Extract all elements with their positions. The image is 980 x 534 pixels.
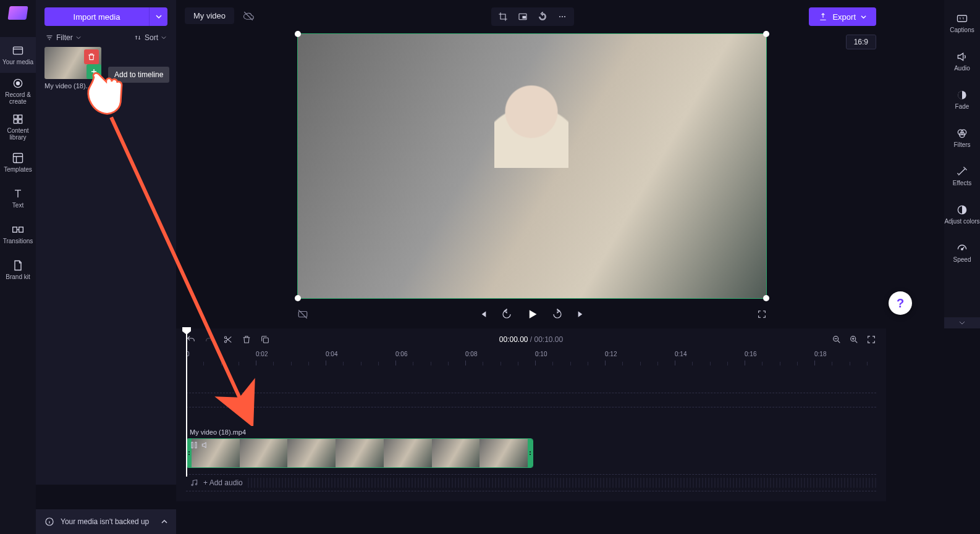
timeline-clip[interactable]	[186, 438, 533, 468]
scissors-icon	[223, 335, 233, 344]
prop-speed[interactable]: Speed	[944, 233, 980, 272]
ruler-tick: 0:10	[535, 351, 547, 357]
skip-fwd-icon	[577, 309, 586, 319]
next-frame-button[interactable]	[577, 309, 586, 319]
crop-button[interactable]	[494, 9, 512, 25]
prev-frame-button[interactable]	[478, 309, 488, 319]
svg-rect-6	[19, 119, 22, 123]
add-to-timeline-button[interactable]	[87, 64, 101, 79]
backup-text: Your media isn't backed up	[61, 517, 149, 526]
import-media-button[interactable]: Import media	[44, 7, 149, 26]
duplicate-button[interactable]	[260, 335, 270, 344]
more-button[interactable]	[553, 9, 572, 25]
svg-rect-0	[14, 47, 23, 54]
speaker-icon[interactable]	[201, 441, 209, 449]
delete-media-button[interactable]	[84, 49, 99, 64]
cloud-off-icon[interactable]	[243, 10, 254, 22]
rotate-button[interactable]	[533, 9, 552, 25]
help-button[interactable]: ?	[889, 291, 912, 315]
nav-templates[interactable]: Templates	[0, 144, 36, 180]
svg-point-24	[224, 341, 226, 343]
ruler-tick: 0:04	[326, 351, 337, 357]
timeline-tracks[interactable]: My video (18).mp4 + Add audio	[186, 393, 876, 407]
fullscreen-button[interactable]	[757, 309, 767, 319]
prop-fade[interactable]: Fade	[944, 80, 980, 119]
speed-icon	[956, 242, 968, 254]
timeline-ruler[interactable]: 00:020:040:060:080:100:120:140:160:18	[186, 351, 886, 368]
import-media-dropdown[interactable]	[149, 7, 167, 26]
sort-icon	[134, 34, 142, 41]
export-button[interactable]: Export	[809, 7, 876, 26]
canvas-toolbar	[491, 7, 574, 26]
ruler-tick: 0:14	[675, 351, 686, 357]
aspect-ratio-selector[interactable]: 16:9	[846, 35, 876, 49]
split-button[interactable]	[223, 335, 233, 344]
help-icon: ?	[897, 296, 904, 311]
prop-adjust-colors[interactable]: Adjust colors	[944, 195, 980, 233]
zoom-out-icon	[832, 335, 842, 344]
nav-record-create[interactable]: Record & create	[0, 73, 36, 109]
undo-button[interactable]	[186, 335, 196, 344]
playhead[interactable]	[186, 328, 187, 477]
sort-button[interactable]: Sort	[134, 33, 166, 42]
backup-banner[interactable]: Your media isn't backed up	[36, 509, 176, 534]
waveform	[248, 478, 876, 488]
nav-brand-kit[interactable]: Brand kit	[0, 252, 36, 288]
rewind-icon	[501, 309, 512, 320]
svg-rect-9	[19, 227, 23, 232]
skip-fwd-button[interactable]	[552, 309, 563, 320]
svg-rect-7	[14, 154, 23, 163]
zoom-out-button[interactable]	[832, 335, 842, 344]
delete-clip-button[interactable]	[242, 335, 251, 344]
prop-audio[interactable]: Audio	[944, 42, 980, 80]
media-item[interactable]: My video (18)....	[44, 47, 101, 90]
svg-rect-16	[958, 15, 967, 22]
zoom-in-icon	[849, 335, 859, 344]
fit-button[interactable]	[866, 335, 876, 344]
svg-rect-29	[195, 442, 196, 448]
clip-right-handle[interactable]	[528, 439, 533, 467]
redo-button[interactable]	[205, 335, 214, 344]
nav-label: Brand kit	[6, 273, 30, 280]
ruler-tick: 0:02	[256, 351, 268, 357]
nav-content-library[interactable]: Content library	[0, 109, 36, 144]
prop-effects[interactable]: Effects	[944, 157, 980, 195]
svg-point-12	[559, 16, 560, 17]
prop-filters[interactable]: Filters	[944, 119, 980, 157]
pip-button[interactable]	[513, 9, 532, 25]
duplicate-icon	[260, 335, 270, 344]
fit-icon	[866, 335, 876, 344]
filter-button[interactable]: Filter	[46, 33, 81, 42]
selection-handle[interactable]	[295, 295, 301, 301]
prop-captions[interactable]: Captions	[944, 4, 980, 42]
clip-icons	[190, 441, 209, 449]
project-title[interactable]: My video	[185, 7, 234, 24]
left-nav-rail: Your media Record & create Content libra…	[0, 0, 36, 534]
play-button[interactable]	[526, 308, 538, 320]
selection-handle[interactable]	[295, 31, 301, 37]
filters-icon	[956, 127, 968, 140]
audio-track[interactable]: + Add audio	[186, 474, 876, 491]
chevron-down-icon	[959, 320, 965, 326]
svg-rect-8	[13, 227, 17, 232]
nav-your-media[interactable]: Your media	[0, 37, 36, 73]
detach-audio-icon[interactable]	[190, 441, 198, 449]
media-thumbnail[interactable]	[44, 47, 101, 79]
preview-canvas[interactable]	[297, 33, 767, 299]
selection-handle[interactable]	[763, 295, 769, 301]
effects-icon	[956, 165, 968, 178]
nav-text[interactable]: Text	[0, 180, 36, 216]
nav-label: Content library	[0, 127, 36, 141]
skip-back-button[interactable]	[501, 309, 512, 320]
hide-canvas-button[interactable]	[297, 309, 308, 320]
app-logo	[7, 6, 28, 20]
ruler-tick: 0:16	[745, 351, 756, 357]
chevron-up-icon[interactable]	[161, 519, 167, 525]
svg-point-2	[17, 81, 20, 85]
zoom-in-button[interactable]	[849, 335, 859, 344]
selection-handle[interactable]	[763, 31, 769, 37]
ruler-tick: 0:12	[605, 351, 617, 357]
prop-expand[interactable]	[944, 317, 980, 328]
canvas-area: My video Export 16:9	[176, 0, 886, 328]
nav-transitions[interactable]: Transitions	[0, 216, 36, 252]
